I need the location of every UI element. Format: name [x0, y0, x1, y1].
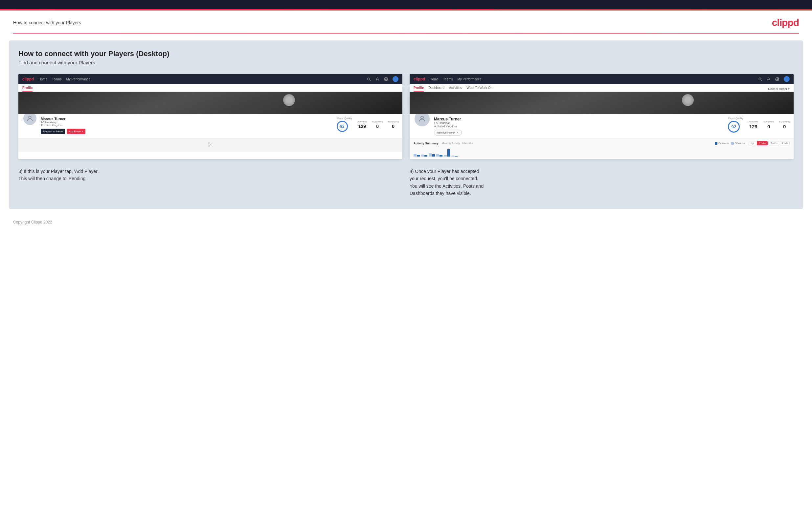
bar-5b [447, 149, 450, 157]
avatar-small[interactable] [393, 76, 398, 82]
bar-5a [444, 155, 447, 157]
right-quality-circle: 92 [728, 121, 740, 132]
off-course-label: Off course [735, 142, 745, 145]
right-followers-value: 0 [763, 124, 774, 129]
tab-what-to-work-on[interactable]: What To Work On [467, 86, 493, 92]
right-search-icon[interactable] [758, 77, 762, 81]
right-stats: Player Quality 92 Activities 129 Followe… [728, 117, 790, 132]
tab-profile-left[interactable]: Profile [22, 86, 33, 92]
tab-dashboard-right[interactable]: Dashboard [428, 86, 445, 92]
add-player-btn[interactable]: Add Player + [67, 129, 86, 134]
left-nav-performance[interactable]: My Performance [66, 77, 90, 81]
left-nav-teams[interactable]: Teams [52, 77, 61, 81]
right-settings-icon[interactable] [775, 77, 779, 81]
right-following-label: Following [779, 120, 790, 123]
left-followers-label: Followers [372, 120, 383, 123]
bar-4b [440, 155, 443, 157]
right-player-location: United Kingdom [434, 125, 467, 128]
scissors-icon [208, 142, 213, 148]
bar-1a [414, 154, 416, 157]
time-btn-1yr[interactable]: 1 yr [749, 141, 757, 146]
off-course-dot [731, 142, 734, 145]
user-avatar-icon-left [26, 115, 34, 122]
right-player-name: Marcus Turner [434, 117, 467, 121]
right-activities-stat: Activities 129 [749, 120, 758, 129]
left-action-buttons: Request to Follow Add Player + [41, 129, 86, 134]
time-btn-1mth[interactable]: 1 mth [780, 141, 790, 146]
off-course-legend: Off course [731, 142, 745, 145]
right-avatar-small[interactable] [784, 76, 790, 82]
right-followers-label: Followers [763, 120, 774, 123]
tab-activities-right[interactable]: Activities [449, 86, 462, 92]
tab-profile-right[interactable]: Profile [414, 86, 424, 92]
on-course-dot [715, 142, 717, 145]
right-nav-teams[interactable]: Teams [443, 77, 453, 81]
left-tab-bar: Profile [18, 84, 402, 92]
left-app-nav: clippd Home Teams My Performance [18, 74, 402, 84]
right-app-nav: clippd Home Teams My Performance [410, 74, 794, 84]
left-following-value: 0 [388, 124, 398, 129]
svg-point-5 [208, 143, 210, 144]
marcus-turner-nav[interactable]: Marcus Turner ▾ [768, 87, 790, 91]
svg-point-13 [777, 79, 778, 80]
left-following-stat: Following 0 [388, 120, 398, 129]
screenshot-left: clippd Home Teams My Performance Profile [18, 74, 402, 159]
main-content: How to connect with your Players (Deskto… [9, 40, 803, 209]
left-activities-value: 129 [357, 124, 367, 129]
right-tab-bar: Profile Dashboard Activities What To Wor… [410, 84, 794, 92]
left-player-handicap: 1-5 Handicap [41, 121, 86, 124]
bar-3b [432, 154, 435, 157]
right-nav-home[interactable]: Home [429, 77, 439, 81]
footer-text: Copyright Clippd 2022 [13, 220, 52, 224]
page-footer: Copyright Clippd 2022 [0, 216, 812, 228]
svg-line-1 [369, 80, 370, 81]
search-icon[interactable] [367, 77, 371, 81]
right-activities-label: Activities [749, 120, 758, 123]
section-title: How to connect with your Players (Deskto… [18, 50, 794, 58]
left-player-name: Marcus Turner [41, 117, 86, 121]
remove-player-btn[interactable]: Remove Player ✕ [434, 130, 462, 135]
right-user-icon[interactable] [767, 77, 771, 81]
left-screenshot-bottom [18, 138, 402, 152]
svg-point-0 [367, 78, 370, 80]
page-header: How to connect with your Players clippd [0, 10, 812, 34]
top-bar [0, 0, 812, 9]
left-profile-section: Marcus Turner 1-5 Handicap United Kingdo… [18, 114, 402, 138]
settings-icon[interactable] [384, 77, 388, 81]
activity-chart [414, 147, 790, 157]
on-course-label: On course [718, 142, 729, 145]
time-btn-6mths[interactable]: 6 mths [757, 141, 768, 146]
captions-row: 3) If this is your Player tap, 'Add Play… [18, 168, 794, 197]
time-btn-3mths[interactable]: 3 mths [768, 141, 779, 146]
right-profile-section: Marcus Turner 1-5 Handicap United Kingdo… [410, 114, 794, 138]
location-icon-left [41, 124, 43, 126]
caption-left-text: 3) If this is your Player tap, 'Add Play… [18, 168, 402, 182]
svg-point-4 [29, 116, 31, 118]
left-quality-label: Player Quality [337, 117, 352, 120]
right-activities-value: 129 [749, 124, 758, 129]
left-stats: Player Quality 92 Activities 129 Followe… [337, 117, 398, 132]
user-icon[interactable] [375, 77, 379, 81]
bar-4a [436, 154, 439, 157]
left-player-info: Marcus Turner 1-5 Handicap United Kingdo… [41, 117, 86, 134]
right-nav-performance[interactable]: My Performance [457, 77, 481, 81]
right-nav-logo: clippd [414, 77, 425, 81]
right-banner [410, 92, 794, 114]
header-divider [13, 34, 799, 34]
right-player-info: Marcus Turner 1-5 Handicap United Kingdo… [434, 117, 467, 135]
left-nav-home[interactable]: Home [39, 77, 47, 81]
svg-line-11 [761, 80, 762, 81]
svg-point-10 [759, 78, 761, 80]
request-follow-btn[interactable]: Request to Follow [41, 129, 65, 134]
left-followers-stat: Followers 0 [372, 120, 383, 129]
caption-left: 3) If this is your Player tap, 'Add Play… [18, 168, 402, 197]
activity-header-row: Activity Summary Monthly Activity · 6 Mo… [414, 141, 790, 146]
bar-3a [429, 153, 432, 157]
clippd-logo: clippd [772, 17, 799, 28]
page-header-title: How to connect with your Players [13, 20, 81, 25]
left-activities-stat: Activities 129 [357, 120, 367, 129]
right-followers-stat: Followers 0 [763, 120, 774, 129]
on-course-legend: On course [715, 142, 729, 145]
svg-point-3 [386, 79, 387, 80]
left-nav-logo: clippd [22, 77, 34, 81]
